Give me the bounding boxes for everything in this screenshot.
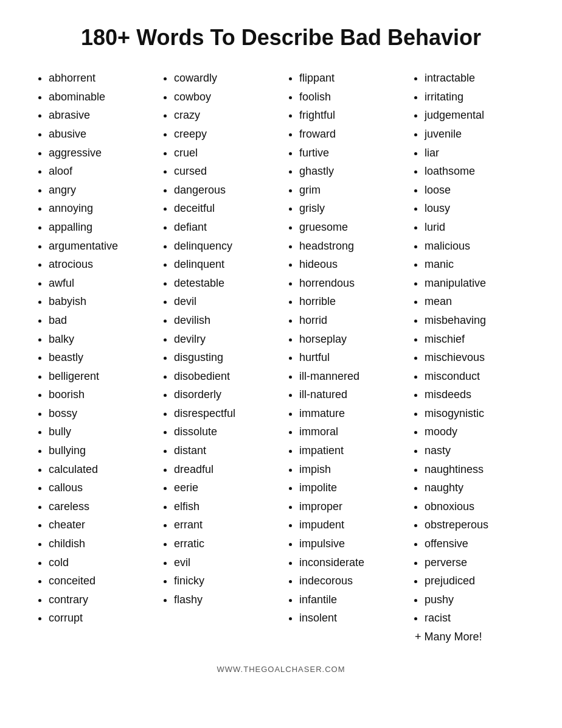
list-item: abrasive [49,106,150,125]
list-item: delinquent [174,255,275,274]
list-item: lousy [425,199,526,218]
list-item: obstreperous [425,516,526,534]
list-item: cold [49,553,150,572]
list-item: improper [299,497,400,516]
list-item: balky [49,330,150,349]
list-item: atrocious [49,255,150,274]
list-item: careless [49,497,150,516]
list-item: devil [174,292,275,311]
list-item: naughty [425,478,526,497]
list-item: pushy [425,590,526,609]
list-item: mischievous [425,348,526,367]
list-item: devilish [174,311,275,330]
list-item: manic [425,255,526,274]
list-item: evil [174,553,275,572]
list-item: loathsome [425,162,526,181]
list-item: cheater [49,516,150,534]
list-item: misbehaving [425,311,526,330]
list-item: flashy [174,590,275,609]
column-2: cowardlycowboycrazycreepycruelcurseddang… [156,69,281,646]
list-item: ill-natured [299,385,400,404]
list-item: impolite [299,478,400,497]
list-item: hurtful [299,348,400,367]
list-item: grim [299,181,400,200]
list-item: hideous [299,255,400,274]
list-item: obnoxious [425,497,526,516]
list-item: foolish [299,88,400,107]
list-item: bully [49,422,150,441]
column-3: flippantfoolishfrightfulfrowardfurtivegh… [281,69,406,646]
list-item: aggressive [49,144,150,163]
list-item: juvenile [425,125,526,144]
list-item: irritating [425,88,526,107]
list-item: angry [49,181,150,200]
list-item: creepy [174,125,275,144]
list-item: bad [49,311,150,330]
list-item: annoying [49,199,150,218]
list-item: argumentative [49,237,150,256]
list-item: errant [174,516,275,534]
list-item: finicky [174,572,275,590]
list-item: inconsiderate [299,553,400,572]
list-item: cursed [174,162,275,181]
list-item: beastly [49,348,150,367]
list-item: immature [299,404,400,423]
column-4: intractableirritatingjudgementaljuvenile… [406,69,532,646]
list-item: delinquency [174,237,275,256]
list-item: devilry [174,330,275,349]
list-item: misdeeds [425,385,526,404]
list-item: mischief [425,330,526,349]
list-item: disorderly [174,385,275,404]
list-item: flippant [299,69,400,88]
list-item: loose [425,181,526,200]
list-item: moody [425,422,526,441]
list-item: erratic [174,534,275,553]
list-item: racist [425,609,526,628]
list-item: horrendous [299,274,400,293]
list-item: horrid [299,311,400,330]
list-item: belligerent [49,367,150,386]
list-item: misconduct [425,367,526,386]
list-item: naughtiness [425,460,526,479]
list-item: cowboy [174,88,275,107]
list-item: bossy [49,404,150,423]
list-item: prejudiced [425,572,526,590]
list-item: cowardly [174,69,275,88]
list-item: crazy [174,106,275,125]
list-item: dangerous [174,181,275,200]
list-item: infantile [299,590,400,609]
list-item: headstrong [299,237,400,256]
list-item: babyish [49,292,150,311]
list-item: impulsive [299,534,400,553]
list-item: disobedient [174,367,275,386]
list-item: conceited [49,572,150,590]
list-item: deceitful [174,199,275,218]
list-item: judgemental [425,106,526,125]
footer-url: WWW.THEGOALCHASER.COM [30,665,532,674]
list-item: contrary [49,590,150,609]
list-item: gruesome [299,218,400,237]
list-item: grisly [299,199,400,218]
word-columns: abhorrentabominableabrasiveabusiveaggres… [30,69,532,646]
list-item: intractable [425,69,526,88]
list-item: cruel [174,144,275,163]
list-item: liar [425,144,526,163]
list-item: impudent [299,516,400,534]
list-item: impatient [299,441,400,460]
list-item: childish [49,534,150,553]
list-item: insolent [299,609,400,628]
list-item: ill-mannered [299,367,400,386]
list-item: boorish [49,385,150,404]
list-item: abominable [49,88,150,107]
list-item: immoral [299,422,400,441]
list-item: awful [49,274,150,293]
list-item: calculated [49,460,150,479]
list-item: frightful [299,106,400,125]
list-item: aloof [49,162,150,181]
list-item: callous [49,478,150,497]
page-title: 180+ Words To Describe Bad Behavior [30,24,532,51]
list-item: misogynistic [425,404,526,423]
list-item: dissolute [174,422,275,441]
list-item: mean [425,292,526,311]
list-item: bullying [49,441,150,460]
